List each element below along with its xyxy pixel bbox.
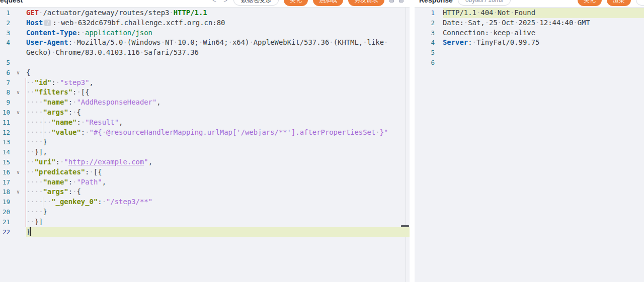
hot-reload-button[interactable]: 热加载 <box>313 0 343 6</box>
fold-chevron-icon[interactable]: ∨ <box>10 187 26 197</box>
line-number: 9 <box>0 98 10 108</box>
line-number: 16 <box>0 167 10 177</box>
code-line[interactable]: 21 }] <box>0 217 410 227</box>
token: : [{ <box>85 168 102 176</box>
whitespace-dot <box>72 178 76 186</box>
code-line[interactable]: 22} <box>0 227 410 237</box>
whitespace-dot <box>39 9 43 17</box>
token <box>26 108 43 116</box>
token: Connection: keep-alive <box>443 29 535 37</box>
whitespace-dot <box>161 38 165 46</box>
line-number: 18 <box>0 187 10 197</box>
code-line-background: { <box>26 68 410 78</box>
render-button[interactable]: 渲染 <box>607 0 631 6</box>
token: /actuator/gateway/routes/step3 <box>39 9 174 17</box>
token[interactable]: http://example.com <box>68 158 144 166</box>
whitespace-dot <box>43 128 47 136</box>
code-line-background: "_genkey_0": "/step3/**" <box>26 197 410 207</box>
request-editor[interactable]: 1GET /actuator/gateway/routes/step3 HTTP… <box>0 8 410 282</box>
code-line[interactable]: 5 <box>415 48 644 58</box>
token: "args" <box>43 187 68 196</box>
code-line[interactable]: 5 <box>0 58 410 68</box>
history-forward-icon[interactable]: > <box>222 0 228 4</box>
line-number: 8 <box>0 87 10 98</box>
response-editor[interactable]: 1HTTP/1.1 404 Not Found2Date: Sat, 25 Oc… <box>415 8 644 282</box>
fold-chevron-icon[interactable]: ∨ <box>10 68 26 78</box>
code-line-background: GET /actuator/gateway/routes/step3 HTTP/… <box>26 8 410 18</box>
code-line[interactable]: 6 <box>415 58 644 68</box>
code-line[interactable]: 1GET /actuator/gateway/routes/step3 HTTP… <box>0 8 410 18</box>
whitespace-dot <box>510 9 514 17</box>
line-number: 2 <box>415 18 435 28</box>
token: : <box>68 38 77 46</box>
code-line[interactable]: 7 "id": "step3", <box>0 78 410 88</box>
token: : <box>68 98 77 106</box>
code-line[interactable]: 4Server: TinyFat/0.99.75 <box>415 38 644 48</box>
fold-chevron-icon[interactable]: ∨ <box>10 108 26 118</box>
code-line[interactable]: 1HTTP/1.1 404 Not Found <box>415 8 644 18</box>
packet-mutate-button[interactable]: 数据包变形 <box>233 0 279 6</box>
code-line[interactable]: 18∨ "args": { <box>0 187 410 197</box>
whitespace-dot <box>39 187 43 196</box>
code-line[interactable]: 2Date: Sat, 25 Oct 2025 12:44:40 GMT <box>415 18 644 28</box>
code-line[interactable]: 14 }], <box>0 147 410 157</box>
code-line-background <box>26 58 410 68</box>
resend-request-button[interactable]: 另发请求 <box>348 0 384 6</box>
whitespace-dot <box>30 198 34 206</box>
token: "name" <box>43 98 68 106</box>
line-number: 4 <box>0 38 10 48</box>
code-line[interactable]: 3Content-Type: application/json <box>0 28 410 38</box>
host-hint-badge[interactable]: ? <box>44 20 51 26</box>
history-back-icon[interactable]: < <box>211 0 217 4</box>
code-line[interactable]: 4User-Agent: Mozilla/5.0 (Windows NT 10.… <box>0 38 410 58</box>
code-line[interactable]: 11 "name": "Result", <box>0 118 410 128</box>
expand-icon[interactable] <box>389 0 394 3</box>
code-line[interactable]: 15 "uri": "http://example.com", <box>0 157 410 167</box>
token: "_genkey_0" <box>51 198 98 206</box>
code-line[interactable]: 3Connection: keep-alive <box>415 28 644 38</box>
whitespace-dot <box>72 98 76 106</box>
code-line[interactable]: 20 } <box>0 207 410 217</box>
code-text: "name": "AddResponseHeader", <box>26 98 398 108</box>
whitespace-dot <box>47 198 51 206</box>
code-line[interactable]: 10∨ "args": { <box>0 108 410 118</box>
code-line[interactable]: 8∨ "filters": [{ <box>0 87 410 98</box>
more-icon[interactable] <box>399 0 404 3</box>
token: "value" <box>51 128 81 136</box>
code-line-background: "value": "#{ @resourceHandlerMapping.url… <box>26 128 410 138</box>
token: "name" <box>43 178 68 186</box>
request-panel-title: Request <box>0 0 23 4</box>
code-line-background: "filters": [{ <box>26 87 410 98</box>
code-line[interactable]: 12 "value": "#{ @resourceHandlerMapping.… <box>0 128 410 138</box>
code-line[interactable]: 16∨ "predicates": [{ <box>0 167 410 177</box>
token <box>26 158 35 166</box>
code-text: "filters": [{ <box>26 87 398 98</box>
code-line[interactable]: 19 "_genkey_0": "/step3/**" <box>0 197 410 207</box>
code-line[interactable]: 9 "name": "AddResponseHeader", <box>0 98 410 108</box>
token: "predicates" <box>35 168 85 176</box>
code-line-background: Server: TinyFat/0.99.75 <box>443 38 644 48</box>
line-number: 6 <box>0 68 10 78</box>
code-line[interactable]: 17 "name": "Path", <box>0 177 410 187</box>
token: , <box>119 118 123 126</box>
code-line-background: }] <box>26 217 410 227</box>
whitespace-dot <box>102 128 106 136</box>
whitespace-dot <box>329 38 333 46</box>
whitespace-dot <box>123 38 127 46</box>
fold-chevron-icon[interactable]: ∨ <box>10 167 26 177</box>
whitespace-dot <box>493 9 497 17</box>
whitespace-dot <box>476 9 480 17</box>
code-text: "name": "Path", <box>26 177 398 187</box>
code-text: "args": { <box>26 108 398 118</box>
whitespace-dot <box>39 108 43 116</box>
beautify-button[interactable]: 美化 <box>578 0 602 6</box>
fold-chevron-icon[interactable]: ∨ <box>10 87 26 98</box>
code-line[interactable]: 6∨{ <box>0 68 410 78</box>
code-line[interactable]: 13 } <box>0 137 410 147</box>
clipped-button[interactable] <box>636 0 644 6</box>
line-number: 11 <box>0 118 10 128</box>
token: , <box>102 178 106 186</box>
whitespace-dot <box>384 38 388 46</box>
beautify-button[interactable]: 美化 <box>284 0 308 6</box>
code-line[interactable]: 2Host?: web-632dc679bf.challenge.xctf.or… <box>0 18 410 28</box>
